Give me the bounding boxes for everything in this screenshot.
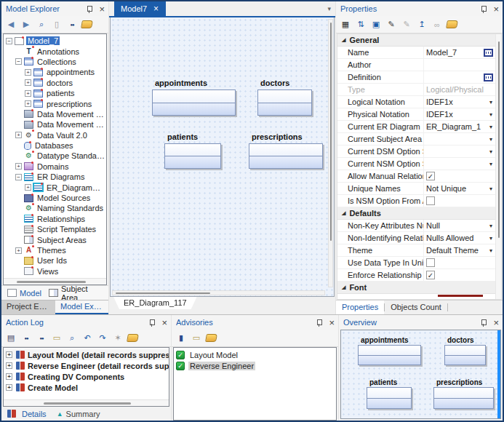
back-icon[interactable]: ◀ bbox=[5, 19, 17, 31]
property-value[interactable]: Not Unique▾ bbox=[423, 183, 495, 194]
tree-item-appointments[interactable]: +appointments bbox=[4, 67, 106, 77]
categorized-icon[interactable]: ▦ bbox=[340, 19, 351, 31]
book-icon[interactable] bbox=[127, 334, 139, 342]
log-expander[interactable]: + bbox=[6, 362, 12, 369]
dropdown-arrow-icon[interactable]: ▾ bbox=[489, 111, 492, 118]
dropdown-arrow-icon[interactable]: ▾ bbox=[489, 124, 492, 130]
tree-hscrollbar[interactable] bbox=[4, 278, 106, 284]
tree-item-domains[interactable]: +Domains bbox=[4, 162, 106, 172]
dock-tab-properties[interactable]: Properties bbox=[336, 300, 384, 314]
log-footer-tab-details[interactable]: Details bbox=[6, 410, 47, 418]
tree-item-user-ids[interactable]: +User Ids bbox=[4, 255, 106, 266]
book-icon[interactable] bbox=[205, 334, 217, 342]
tree-expander[interactable]: + bbox=[15, 247, 22, 254]
tree-item-collections[interactable]: −Collections bbox=[4, 57, 106, 67]
log-expander[interactable]: + bbox=[6, 384, 12, 391]
tree-hscroll-thumb[interactable] bbox=[17, 281, 86, 283]
checkbox-checked[interactable]: ✓ bbox=[426, 271, 435, 279]
section-header-font[interactable]: ◢Font bbox=[337, 282, 495, 294]
tree-expander[interactable]: + bbox=[15, 132, 22, 138]
view-tab-model[interactable]: Model bbox=[7, 289, 41, 298]
star-icon[interactable]: ✶ bbox=[112, 333, 124, 344]
dropdown-arrow-icon[interactable]: ▾ bbox=[489, 99, 492, 106]
property-value[interactable]: ✓ bbox=[423, 170, 495, 182]
advisory-item-reverse-engineer[interactable]: ✓Reverse Engineer bbox=[174, 360, 336, 371]
property-value[interactable]: ▾ bbox=[423, 133, 495, 145]
export-icon[interactable]: ↥ bbox=[416, 19, 428, 31]
tree-item-relationships[interactable]: +Relationships bbox=[4, 214, 106, 224]
tree-expander[interactable]: + bbox=[25, 79, 31, 86]
dock-tab-project-explo-[interactable]: Project Explo... bbox=[1, 300, 55, 314]
canvas-hscrollbar[interactable] bbox=[112, 290, 325, 295]
close-icon[interactable]: × bbox=[492, 318, 500, 327]
find-icon[interactable]: ●● bbox=[66, 19, 78, 31]
entity-doctors[interactable]: doctors bbox=[257, 79, 312, 116]
properties-vscrollbar[interactable] bbox=[495, 34, 501, 299]
advisory-item-layout-model[interactable]: ✓Layout Model bbox=[174, 349, 336, 360]
sort-az-icon[interactable]: ⇅ bbox=[355, 19, 367, 31]
property-value[interactable]: ▾ bbox=[423, 158, 495, 170]
pin-icon[interactable] bbox=[148, 319, 156, 327]
dock-tab-model-explor-[interactable]: Model Explor... bbox=[55, 300, 108, 314]
dropdown-arrow-icon[interactable]: ▾ bbox=[489, 247, 492, 254]
tab-list-chevron-icon[interactable]: ▾ bbox=[327, 5, 331, 12]
book-icon[interactable] bbox=[446, 20, 458, 28]
canvas-vscroll-thumb[interactable] bbox=[330, 23, 332, 241]
forward-icon[interactable]: ▶ bbox=[20, 19, 32, 31]
dock-tab-objects-count[interactable]: Objects Count bbox=[385, 300, 447, 314]
property-value[interactable] bbox=[423, 59, 495, 71]
property-value[interactable] bbox=[423, 71, 495, 83]
tree-item-doctors[interactable]: +doctors bbox=[4, 78, 106, 88]
property-value[interactable]: Nulls Allowed▾ bbox=[423, 232, 495, 244]
entity-patients[interactable]: patients bbox=[164, 132, 221, 169]
pin-icon[interactable] bbox=[480, 319, 487, 327]
canvas-hscroll-thumb[interactable] bbox=[116, 292, 210, 294]
entity-prescriptions[interactable]: prescriptions bbox=[249, 132, 323, 169]
diagram-canvas[interactable]: appointmentsdoctorspatientsprescriptions bbox=[110, 17, 335, 297]
copy-icon[interactable]: ▤ bbox=[5, 333, 17, 344]
tree-expander[interactable]: − bbox=[6, 38, 12, 44]
entity-patients[interactable]: patients bbox=[367, 378, 412, 409]
document-tab-model7[interactable]: Model7 × bbox=[114, 1, 166, 16]
property-value[interactable]: IDEF1x▾ bbox=[423, 96, 495, 108]
tree-item-er-diagrams[interactable]: −ER Diagrams bbox=[4, 172, 106, 182]
properties-vscroll-thumb[interactable] bbox=[498, 41, 500, 238]
log-item-reverse-engineer-detail-record[interactable]: +Reverse Engineer (detail records suppre… bbox=[4, 360, 169, 371]
tree-expander[interactable]: + bbox=[25, 90, 31, 97]
action-log-hscroll-thumb[interactable] bbox=[44, 402, 131, 405]
tree-item-patients[interactable]: +patients bbox=[4, 88, 106, 98]
view-tab-subject-area[interactable]: Subject Area bbox=[49, 284, 103, 302]
tree-item-data-vault-2-0[interactable]: +⚙Data Vault 2.0 bbox=[4, 130, 106, 140]
tree-expander[interactable]: + bbox=[25, 69, 31, 76]
overview-minimap[interactable]: appointmentsdoctorspatientsprescriptions bbox=[340, 330, 501, 419]
tree-expander[interactable]: + bbox=[25, 100, 31, 107]
entity-doctors[interactable]: doctors bbox=[444, 336, 486, 365]
image-icon[interactable]: ▣ bbox=[370, 19, 382, 31]
property-value[interactable] bbox=[423, 257, 495, 268]
log-footer-tab-summary[interactable]: ▲Summary bbox=[57, 410, 100, 418]
themes-icon[interactable] bbox=[81, 20, 93, 28]
tree-item-script-templates[interactable]: +Script Templates bbox=[4, 224, 106, 234]
close-icon[interactable]: × bbox=[328, 318, 335, 327]
property-value[interactable] bbox=[423, 195, 495, 207]
entity-box[interactable] bbox=[444, 345, 486, 365]
entity-box[interactable] bbox=[358, 345, 421, 365]
checkbox-checked[interactable]: ✓ bbox=[426, 172, 435, 180]
tree-item-data-movement-r-[interactable]: +Data Movement R... bbox=[4, 109, 106, 119]
tree-item-er-diagram-1-[interactable]: +ER_Diagram_1... bbox=[4, 182, 106, 192]
entity-appointments[interactable]: appointments bbox=[152, 79, 236, 116]
entity-box[interactable] bbox=[249, 143, 323, 169]
log-expander[interactable]: + bbox=[6, 373, 12, 380]
tree-item-model-7[interactable]: −Model_7 bbox=[4, 36, 106, 46]
tree-item-prescriptions[interactable]: +prescriptions bbox=[4, 98, 106, 108]
tree-item-subject-areas[interactable]: +Subject Areas bbox=[4, 234, 106, 244]
tree-expander[interactable]: + bbox=[25, 184, 31, 191]
tree-expander[interactable]: + bbox=[15, 163, 22, 170]
property-value[interactable]: Model_7 bbox=[423, 47, 495, 58]
overview-viewport-bar[interactable] bbox=[497, 330, 500, 418]
folder-icon[interactable]: ▭ bbox=[51, 333, 63, 344]
preview-icon[interactable]: ⌕ bbox=[66, 333, 78, 344]
edit-doc-icon[interactable]: ✎ bbox=[385, 19, 397, 31]
preview-icon[interactable]: ⌕ bbox=[36, 19, 47, 31]
property-value[interactable]: Null▾ bbox=[423, 220, 495, 231]
